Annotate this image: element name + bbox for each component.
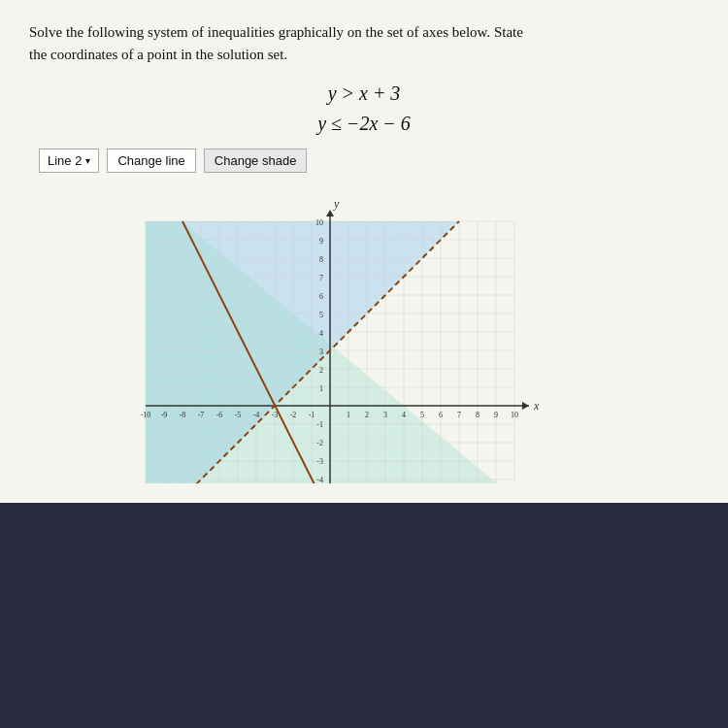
svg-text:-1: -1 [316, 420, 323, 429]
svg-text:-2: -2 [316, 439, 323, 447]
svg-text:4: 4 [402, 411, 406, 419]
svg-text:10: 10 [315, 218, 323, 227]
equations: y > x + 3 y ≤ −2x − 6 [29, 83, 699, 135]
x-axis-arrow [522, 402, 529, 410]
page-container: Solve the following system of inequaliti… [0, 0, 728, 728]
svg-text:8: 8 [476, 411, 480, 419]
equation-1: y > x + 3 [29, 83, 699, 105]
chevron-down-icon: ▾ [85, 155, 90, 166]
svg-text:10: 10 [511, 411, 518, 419]
svg-text:-6: -6 [216, 411, 223, 419]
problem-text: Solve the following system of inequaliti… [29, 21, 699, 65]
svg-text:-3: -3 [316, 457, 323, 466]
svg-text:1: 1 [319, 384, 323, 393]
svg-text:-4: -4 [253, 411, 260, 419]
dropdown-label: Line 2 [48, 153, 82, 168]
svg-text:7: 7 [457, 411, 461, 419]
svg-text:2: 2 [319, 366, 323, 375]
x-axis-label: x [533, 399, 540, 413]
problem-line1: Solve the following system of inequaliti… [29, 24, 523, 40]
change-line-button[interactable]: Change line [107, 149, 195, 173]
svg-text:9: 9 [319, 237, 323, 246]
svg-text:-7: -7 [198, 411, 205, 419]
svg-text:5: 5 [420, 411, 424, 419]
controls-bar: Line 2 ▾ Change line Change shade [39, 149, 699, 173]
change-shade-button[interactable]: Change shade [204, 149, 308, 173]
dark-footer [0, 503, 728, 728]
svg-text:-9: -9 [161, 411, 168, 419]
svg-text:9: 9 [494, 411, 498, 419]
svg-text:5: 5 [319, 311, 323, 319]
svg-text:-3: -3 [272, 411, 279, 419]
svg-text:6: 6 [319, 292, 323, 301]
svg-text:6: 6 [439, 411, 443, 419]
svg-text:-2: -2 [290, 411, 297, 419]
svg-text:8: 8 [319, 255, 323, 264]
svg-text:1: 1 [347, 411, 350, 419]
graph-wrapper: x y -10 -9 -8 -7 -6 -5 -4 -3 -2 -1 1 2 [29, 182, 699, 483]
svg-text:3: 3 [319, 347, 323, 356]
svg-text:-5: -5 [235, 411, 242, 419]
svg-text:2: 2 [365, 411, 369, 419]
white-content: Solve the following system of inequaliti… [0, 0, 728, 503]
svg-text:4: 4 [319, 329, 323, 338]
svg-text:3: 3 [383, 411, 387, 419]
svg-text:-10: -10 [141, 411, 150, 419]
svg-text:-4: -4 [316, 476, 323, 483]
graph-svg[interactable]: x y -10 -9 -8 -7 -6 -5 -4 -3 -2 -1 1 2 [141, 182, 587, 483]
svg-text:7: 7 [319, 274, 323, 282]
problem-line2: the coordinates of a point in the soluti… [29, 47, 287, 62]
svg-text:-8: -8 [180, 411, 186, 419]
line-selector-dropdown[interactable]: Line 2 ▾ [39, 149, 99, 173]
y-axis-arrow [326, 210, 334, 216]
y-axis-label: y [333, 197, 340, 211]
svg-text:-1: -1 [309, 411, 315, 419]
equation-2: y ≤ −2x − 6 [29, 113, 699, 135]
